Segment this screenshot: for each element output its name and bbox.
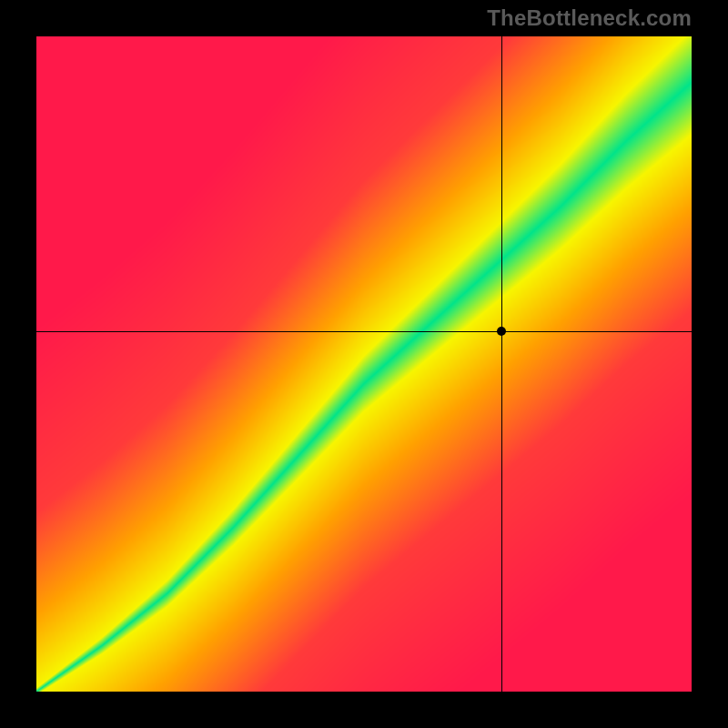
watermark-text: TheBottleneck.com <box>487 5 692 31</box>
crosshair-vertical <box>501 36 502 692</box>
bottleneck-heatmap <box>36 36 692 692</box>
heatmap-canvas <box>36 36 692 692</box>
chart-container: TheBottleneck.com <box>0 0 728 728</box>
crosshair-horizontal <box>36 331 692 332</box>
selection-marker <box>497 327 506 336</box>
